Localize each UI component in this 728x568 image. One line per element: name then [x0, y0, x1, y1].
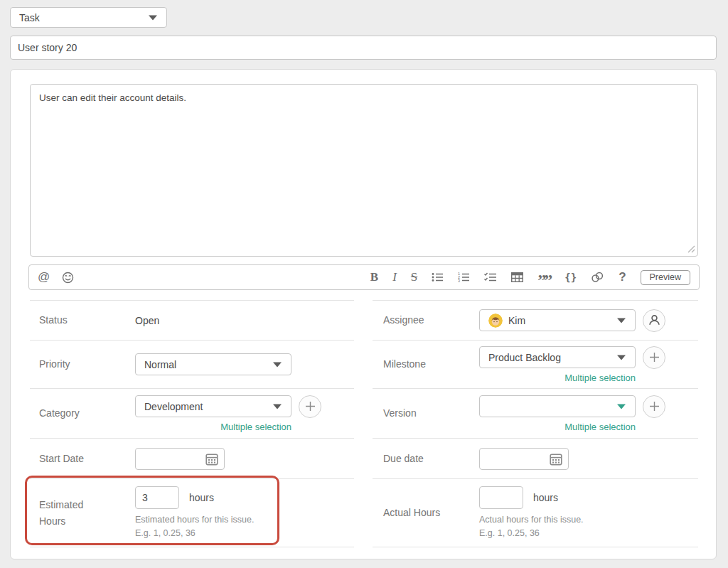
actual-hours-help: Actual hours for this issue. E.g. 1, 0.2… — [479, 513, 584, 539]
mention-icon[interactable]: @ — [38, 270, 50, 284]
status-row: Status Open — [30, 300, 354, 340]
category-label: Category — [30, 405, 135, 421]
issue-fields: Status Open Priority Normal Cat — [30, 300, 698, 547]
add-milestone-button[interactable] — [643, 346, 665, 369]
emoji-icon[interactable] — [62, 272, 74, 284]
fields-column-left: Status Open Priority Normal Cat — [30, 300, 354, 547]
priority-label: Priority — [30, 356, 135, 372]
priority-value: Normal — [144, 359, 176, 370]
person-icon — [648, 314, 661, 327]
table-icon[interactable] — [511, 272, 523, 282]
quote-icon[interactable]: ”” — [537, 277, 550, 284]
bullet-list-icon[interactable] — [432, 272, 444, 282]
check-list-icon[interactable] — [484, 272, 497, 282]
chevron-down-icon — [617, 355, 626, 360]
version-label: Version — [373, 405, 479, 421]
category-multiple-selection-link[interactable]: Multiple selection — [135, 422, 291, 432]
due-date-input[interactable] — [479, 448, 569, 470]
calendar-icon — [550, 453, 562, 466]
version-dropdown[interactable] — [479, 395, 636, 417]
numbered-list-icon[interactable]: 1 2 3 — [458, 272, 470, 282]
status-label: Status — [30, 312, 135, 328]
milestone-label: Milestone — [373, 356, 479, 372]
estimated-hours-row: Estimated Hours hours Estimated hours fo… — [30, 478, 354, 547]
chevron-down-icon — [273, 362, 282, 367]
due-date-label: Due date — [373, 451, 479, 466]
link-icon[interactable] — [591, 272, 604, 283]
description-textarea[interactable]: User can edit their account details. — [30, 84, 698, 257]
estimated-hours-help: Estimated hours for this issue. E.g. 1, … — [135, 513, 254, 539]
category-value: Development — [144, 401, 203, 412]
issue-title-input[interactable] — [10, 36, 717, 60]
assign-to-me-button[interactable] — [643, 309, 665, 332]
help-icon[interactable]: ? — [619, 270, 626, 284]
chevron-down-icon — [617, 318, 626, 323]
version-multiple-selection-link[interactable]: Multiple selection — [479, 422, 636, 432]
bold-icon[interactable]: B — [370, 270, 378, 284]
chevron-down-icon — [617, 404, 626, 409]
assignee-avatar — [488, 314, 503, 328]
priority-dropdown[interactable]: Normal — [135, 353, 291, 375]
category-dropdown[interactable]: Development — [135, 395, 291, 417]
milestone-dropdown[interactable]: Product Backlog — [479, 346, 636, 368]
version-row: Version — [373, 388, 698, 438]
calendar-icon — [205, 453, 218, 466]
milestone-row: Milestone Product Backlog — [373, 340, 698, 388]
milestone-value: Product Backlog — [488, 352, 561, 363]
estimated-hours-input[interactable] — [135, 486, 179, 509]
chevron-down-icon — [273, 404, 282, 409]
estimated-hours-suffix: hours — [189, 492, 214, 503]
milestone-multiple-selection-link[interactable]: Multiple selection — [479, 373, 636, 383]
actual-hours-suffix: hours — [533, 492, 558, 503]
start-date-label: Start Date — [30, 451, 135, 466]
preview-button[interactable]: Preview — [641, 270, 690, 285]
assignee-value: Kim — [508, 315, 525, 326]
start-date-row: Start Date — [30, 438, 354, 478]
assignee-row: Assignee — [373, 300, 698, 340]
assignee-dropdown[interactable]: Kim — [479, 309, 636, 331]
toolbar-right-group: B I S 1 2 3 — [370, 270, 690, 285]
assignee-label: Assignee — [373, 312, 479, 328]
italic-icon[interactable]: I — [392, 270, 397, 284]
plus-icon — [649, 401, 660, 412]
editor-toolbar: @ B I S — [28, 264, 700, 290]
plus-icon — [649, 352, 660, 363]
status-value: Open — [135, 315, 159, 326]
chevron-down-icon — [149, 15, 157, 20]
actual-hours-row: Actual Hours hours Actual hours for this… — [373, 478, 698, 547]
issue-type-dropdown[interactable]: Task — [10, 7, 167, 28]
start-date-input[interactable] — [135, 448, 225, 470]
strikethrough-icon[interactable]: S — [411, 270, 417, 284]
toolbar-left-group: @ — [38, 270, 74, 284]
svg-text:3: 3 — [458, 279, 460, 282]
actual-hours-input[interactable] — [479, 486, 523, 509]
due-date-row: Due date — [373, 438, 698, 478]
issue-type-value: Task — [19, 12, 40, 23]
priority-row: Priority Normal — [30, 340, 354, 388]
category-row: Category Development — [30, 388, 354, 438]
estimated-hours-label: Estimated Hours — [30, 497, 135, 529]
actual-hours-label: Actual Hours — [373, 505, 479, 520]
description-area: User can edit their account details. — [30, 84, 698, 257]
new-issue-form: Task User can edit their account details… — [0, 0, 728, 568]
issue-details-panel: User can edit their account details. @ B — [10, 69, 717, 559]
add-version-button[interactable] — [643, 395, 665, 418]
plus-icon — [305, 401, 316, 412]
code-braces-icon[interactable]: {} — [564, 272, 577, 283]
fields-column-right: Assignee — [373, 300, 698, 547]
add-category-button[interactable] — [299, 395, 321, 418]
